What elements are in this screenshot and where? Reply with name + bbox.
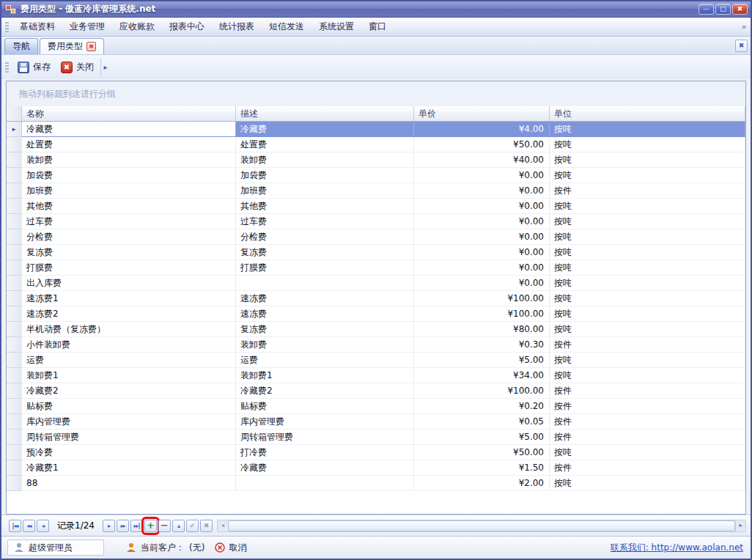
contact-link[interactable]: 联系我们: http://www.aolan.net (611, 542, 743, 554)
cell-name[interactable]: 小件装卸费 (22, 337, 236, 353)
table-row[interactable]: 小件装卸费装卸费¥0.30按件 (7, 337, 745, 353)
menu-item[interactable]: 基础资料 (12, 18, 62, 36)
cell-unit[interactable]: 按吨 (550, 445, 745, 460)
cell-unit[interactable]: 按吨 (550, 260, 745, 276)
append-record-button[interactable]: + (144, 520, 157, 532)
cell-unit-price[interactable]: ¥2.00 (414, 476, 550, 491)
cell-unit-price[interactable]: ¥40.00 (414, 152, 550, 168)
table-row[interactable]: 贴标费贴标费¥0.20按件 (7, 399, 745, 414)
cell-unit[interactable]: 按件 (550, 399, 745, 414)
tab-close-icon[interactable]: ✖ (86, 42, 96, 51)
cell-name[interactable]: 周转箱管理费 (22, 430, 236, 445)
next-page-button[interactable]: ▸▸ (117, 520, 129, 532)
cancel-edit-button[interactable]: ✖ (200, 520, 213, 532)
cell-description[interactable]: 周转箱管理费 (236, 430, 414, 445)
column-header-unit-price[interactable]: 单价 (414, 106, 550, 121)
scrollbar-thumb[interactable] (228, 520, 735, 531)
cell-unit[interactable]: 按件 (550, 383, 745, 399)
menu-grip-icon[interactable] (5, 22, 9, 32)
cell-unit-price[interactable]: ¥0.00 (414, 276, 550, 291)
cell-description[interactable]: 库内管理费 (236, 414, 414, 430)
cell-unit[interactable]: 按吨 (550, 152, 745, 168)
menu-item[interactable]: 短信发送 (262, 18, 312, 36)
cell-name[interactable]: 装卸费1 (22, 368, 236, 383)
table-row[interactable]: 冷藏费2冷藏费2¥100.00按件 (7, 383, 745, 399)
cell-description[interactable]: 加袋费 (236, 168, 414, 183)
cell-unit[interactable]: 按吨 (550, 322, 745, 337)
table-row[interactable]: 其他费其他费¥0.00按吨 (7, 199, 745, 214)
save-button[interactable]: 保存 (12, 58, 56, 76)
cell-name[interactable]: 速冻费2 (22, 306, 236, 322)
cell-unit-price[interactable]: ¥100.00 (414, 291, 550, 306)
prev-record-button[interactable]: ◂ (37, 520, 49, 532)
cell-unit-price[interactable]: ¥0.00 (414, 199, 550, 214)
cell-unit[interactable]: 按吨 (550, 476, 745, 491)
cell-unit[interactable]: 按吨 (550, 245, 745, 260)
last-record-button[interactable]: ▸▸| (130, 520, 143, 532)
cell-name[interactable]: 冷藏费 (22, 122, 236, 137)
cell-unit[interactable]: 按吨 (550, 291, 745, 306)
cell-description[interactable]: 加班费 (236, 183, 414, 199)
cell-unit[interactable]: 按吨 (550, 306, 745, 322)
cell-unit-price[interactable]: ¥1.50 (414, 460, 550, 476)
table-row[interactable]: 半机动费（复冻费）复冻费¥80.00按吨 (7, 322, 745, 337)
cell-description[interactable]: 复冻费 (236, 322, 414, 337)
table-row[interactable]: 库内管理费库内管理费¥0.05按件 (7, 414, 745, 430)
tab-area-close-icon[interactable]: ✖ (735, 40, 748, 52)
cell-name[interactable]: 88 (22, 476, 236, 491)
cell-description[interactable]: 装卸费1 (236, 368, 414, 383)
menu-item[interactable]: 系统设置 (312, 18, 361, 36)
cell-unit-price[interactable]: ¥34.00 (414, 368, 550, 383)
cell-description[interactable]: 速冻费 (236, 291, 414, 306)
cell-unit-price[interactable]: ¥5.00 (414, 430, 550, 445)
cell-description[interactable]: 过车费 (236, 214, 414, 229)
toolbar-grip-icon[interactable] (5, 62, 9, 73)
table-row[interactable]: 装卸费1装卸费1¥34.00按吨 (7, 368, 745, 383)
cell-name[interactable]: 加袋费 (22, 168, 236, 183)
cell-name[interactable]: 其他费 (22, 199, 236, 214)
first-record-button[interactable]: |◂◂ (9, 520, 21, 532)
menu-overflow-icon[interactable]: » (739, 22, 749, 32)
cell-name[interactable]: 打膜费 (22, 260, 236, 276)
cell-unit-price[interactable]: ¥0.00 (414, 168, 550, 183)
cell-description[interactable]: 冷藏费 (236, 122, 414, 137)
menu-item[interactable]: 统计报表 (212, 18, 262, 36)
toolbar-overflow-icon[interactable]: ▸ (100, 59, 110, 76)
cell-unit[interactable]: 按件 (550, 337, 745, 353)
cell-description[interactable]: 冷藏费 (236, 460, 414, 476)
menu-item[interactable]: 业务管理 (62, 18, 112, 36)
edit-record-button[interactable]: ▴ (172, 520, 185, 532)
cell-description[interactable]: 装卸费 (236, 337, 414, 353)
cell-name[interactable]: 装卸费 (22, 152, 236, 168)
scroll-left-icon[interactable]: ◂ (218, 520, 228, 531)
cell-unit[interactable]: 按吨 (550, 199, 745, 214)
cell-description[interactable] (236, 276, 414, 291)
cell-unit-price[interactable]: ¥0.00 (414, 260, 550, 276)
cell-description[interactable] (236, 476, 414, 491)
cell-unit-price[interactable]: ¥100.00 (414, 383, 550, 399)
cell-unit[interactable]: 按吨 (550, 229, 745, 245)
table-row[interactable]: 复冻费复冻费¥0.00按吨 (7, 245, 745, 260)
cancel-customer-button[interactable]: 取消 (215, 542, 246, 554)
table-row[interactable]: 加袋费加袋费¥0.00按吨 (7, 168, 745, 183)
cell-description[interactable]: 打冷费 (236, 445, 414, 460)
cell-unit[interactable]: 按吨 (550, 276, 745, 291)
cell-unit[interactable]: 按件 (550, 414, 745, 430)
cell-unit[interactable]: 按件 (550, 460, 745, 476)
cell-name[interactable]: 预冷费 (22, 445, 236, 460)
cell-unit-price[interactable]: ¥0.30 (414, 337, 550, 353)
table-row[interactable]: 周转箱管理费周转箱管理费¥5.00按件 (7, 430, 745, 445)
table-row[interactable]: 预冷费打冷费¥50.00按吨 (7, 445, 745, 460)
table-row[interactable]: 速冻费1速冻费¥100.00按吨 (7, 291, 745, 306)
horizontal-scrollbar[interactable]: ◂ ▸ (217, 520, 746, 532)
cell-description[interactable]: 打膜费 (236, 260, 414, 276)
menu-item[interactable]: 应收账款 (112, 18, 162, 36)
cell-unit-price[interactable]: ¥80.00 (414, 322, 550, 337)
menu-item[interactable]: 窗口 (361, 18, 394, 36)
cell-description[interactable]: 贴标费 (236, 399, 414, 414)
cell-description[interactable]: 冷藏费2 (236, 383, 414, 399)
cell-unit-price[interactable]: ¥100.00 (414, 306, 550, 322)
scroll-right-icon[interactable]: ▸ (735, 520, 745, 531)
column-header-description[interactable]: 描述 (236, 106, 414, 121)
cell-name[interactable]: 冷藏费2 (22, 383, 236, 399)
